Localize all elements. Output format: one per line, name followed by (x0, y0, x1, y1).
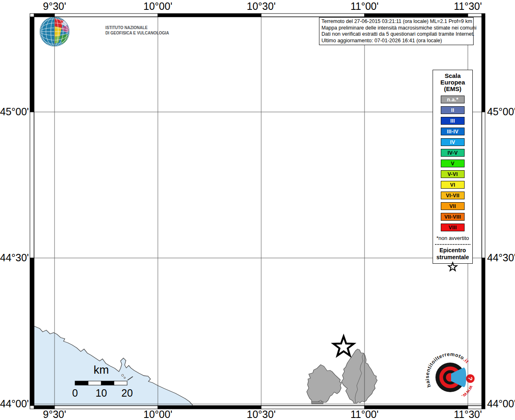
event-info-box: Terremoto del 27-06-2015 03:21:11 (ora l… (319, 17, 474, 45)
legend-item-label: III (450, 119, 455, 123)
event-info-line3: Dati non verificati estratti da 5 questi… (321, 31, 471, 38)
legend-item-label: IV (450, 140, 455, 145)
event-info-line2: Mappa preliminare delle intensità macros… (321, 25, 471, 32)
legend-title-line1: Scala (433, 73, 472, 79)
scale-bar-tick-0: 0 (67, 387, 83, 399)
legend-item-vii: VII (441, 202, 465, 210)
macroseismic-map: ? haisentitoilterremoto.it www. (0, 0, 515, 420)
municipality-polygon (307, 365, 342, 403)
epicenter-star-icon (333, 336, 353, 356)
municipality-sliver (312, 402, 323, 404)
legend-item-ii: II (441, 106, 465, 114)
legend-panel: Scala Europea (EMS) n.a.* II III III-IV … (433, 70, 473, 264)
legend-item-vii-viii: VII-VIII (441, 213, 465, 221)
legend-item-vi: VI (441, 181, 465, 189)
event-info-line4: Ultimo aggiornamento: 07-01-2026 16:41 (… (321, 38, 471, 44)
legend-items: n.a.* II III III-IV IV IV-V V V-VI VI VI… (433, 96, 472, 231)
legend-item-label: n.a.* (447, 97, 458, 102)
ingv-org-line2: DI GEOFISICA E VULCANOLOGIA (105, 30, 169, 36)
legend-item-viii: VIII (441, 224, 465, 231)
watermark-logo-icon: ? haisentitoilterremoto.it www. (424, 351, 475, 399)
legend-divider (435, 244, 470, 245)
legend-item-iii: III (441, 117, 465, 125)
legend-item-iv: IV (441, 138, 465, 146)
legend-item-label: VII (449, 204, 456, 209)
scale-bar-unit: km (85, 363, 118, 377)
legend-item-label: VI-VII (446, 193, 459, 198)
grid-lines (34, 17, 482, 406)
event-info-line1: Terremoto del 27-06-2015 03:21:11 (ora l… (321, 18, 471, 25)
legend-item-iii-iv: III-IV (441, 128, 465, 135)
legend-item-iv-v: IV-V (441, 149, 465, 157)
scale-bar (75, 381, 127, 385)
legend-title: Scala Europea (EMS) (433, 73, 472, 92)
legend-item-label: II (451, 108, 454, 113)
scale-bar-tick-10: 10 (93, 387, 109, 399)
ingv-wordmark: ISTITUTO NAZIONALE DI GEOFISICA E VULCAN… (105, 25, 169, 36)
map-frame (30, 14, 485, 409)
legend-epicenter-line1: Epicentro (433, 247, 472, 254)
legend-item-label: VII-VIII (444, 215, 461, 219)
legend-item-label: V (451, 161, 455, 166)
legend-footnote: *non avvertito (433, 235, 472, 241)
legend-item-label: VIII (449, 225, 457, 230)
legend-item-v: V (441, 160, 465, 167)
legend-item-label: IV-V (448, 151, 458, 155)
ingv-org-line1: ISTITUTO NAZIONALE (105, 25, 169, 30)
legend-item-label: VI (450, 183, 455, 187)
island (124, 377, 125, 379)
scale-bar-tick-20: 20 (119, 387, 135, 399)
legend-title-line2: Europea (433, 79, 472, 86)
legend-item-vi-vii: VI-VII (441, 192, 465, 199)
epicenter-star-legend-icon (447, 261, 459, 273)
legend-epicenter-title: Epicentro strumentale (433, 247, 472, 261)
legend-item-label: III-IV (447, 129, 458, 134)
legend-epicenter-line2: strumentale (433, 254, 472, 261)
legend-item-na: n.a.* (441, 96, 465, 103)
legend-item-label: V-VI (448, 172, 458, 177)
legend-title-line3: (EMS) (433, 86, 472, 92)
legend-star (433, 261, 472, 274)
island (122, 374, 124, 377)
legend-item-v-vi: V-VI (441, 170, 465, 178)
municipality-polygon (342, 349, 377, 403)
